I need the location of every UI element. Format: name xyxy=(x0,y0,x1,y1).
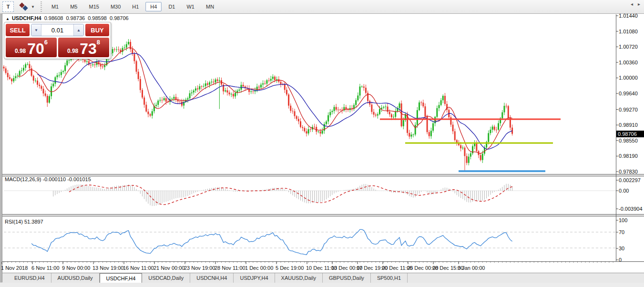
sell-price-big-digits: 70 xyxy=(27,41,44,56)
price-axis-label: 0.98190 xyxy=(619,153,638,159)
open-value: 0.98608 xyxy=(44,15,63,21)
time-axis-label: 3 Jan 00:00 xyxy=(458,265,485,271)
indicator-axis-label: 0.002297 xyxy=(619,177,641,183)
volume-input[interactable]: 0.01 xyxy=(41,24,74,36)
rsi-label: RSI(14) xyxy=(5,219,23,225)
price-axis-label: 1.00720 xyxy=(619,44,638,50)
buy-price-big-digits: 73 xyxy=(80,41,97,56)
chart-tab-gbpusd[interactable]: GBPUSD,Daily xyxy=(323,273,371,283)
price-axis-label: 0.99640 xyxy=(619,91,638,96)
rsi-value: 51.3897 xyxy=(24,219,43,225)
symbol-label: USDCHF,H4 xyxy=(12,15,41,21)
current-price-tag: 0.98706 xyxy=(616,131,644,137)
buy-button[interactable]: BUY xyxy=(85,24,109,36)
price-axis-label: 1.01080 xyxy=(619,29,638,34)
time-axis-label: 1 Dec 00:00 xyxy=(245,265,273,271)
price-axis-label: 0.99270 xyxy=(619,107,638,113)
time-axis-label: 1 Nov 2018 xyxy=(1,265,28,271)
tabs: EURUSD,H4AUDUSD,DailyUSDCHF,H4USDCAD,Dai… xyxy=(2,273,408,283)
time-axis-label: 6 Nov 11:00 xyxy=(31,265,60,271)
sell-button[interactable]: SELL xyxy=(6,24,30,36)
chart-tab-usdjpy[interactable]: USDJPY,H4 xyxy=(234,273,275,283)
price-axis-label: 1.00000 xyxy=(619,75,638,81)
buy-price-pip-digit: 8 xyxy=(97,39,100,46)
buy-price-prefix: 0.98 xyxy=(67,48,78,54)
time-axis-label: 16 Nov 11:00 xyxy=(123,265,154,271)
time-axis-label: 5 Dec 19:00 xyxy=(276,265,304,271)
current-price-value: 0.98706 xyxy=(618,131,637,137)
chart-tab-sp500[interactable]: SP500,H1 xyxy=(371,273,408,283)
macd-label: MACD(12,26,9) xyxy=(5,176,41,182)
macd-main-value: -0.000110 xyxy=(42,176,66,182)
low-value: 0.98598 xyxy=(88,15,107,21)
close-value: 0.98706 xyxy=(110,15,129,21)
indicator-axis-label: 0.00 xyxy=(619,188,629,194)
macd-signal-value: -0.001015 xyxy=(67,176,91,182)
macd-header: MACD(12,26,9) -0.000110 -0.001015 xyxy=(5,176,91,182)
indicator-axis-label: 100 xyxy=(619,217,627,223)
time-axis-label: 23 Nov 19:00 xyxy=(184,265,215,271)
chart-tab-bar: EURUSD,H4AUDUSD,DailyUSDCHF,H4USDCAD,Dai… xyxy=(2,273,644,283)
sell-price-prefix: 0.98 xyxy=(15,48,26,54)
chart-tab-eurusd[interactable]: EURUSD,H4 xyxy=(8,273,51,283)
time-axis-label: 13 Nov 19:00 xyxy=(92,265,123,271)
volume-increase-button[interactable]: ▲ xyxy=(74,24,83,36)
buy-price-button[interactable]: 0.98 73 8 xyxy=(58,38,109,57)
time-axis-label: 28 Nov 11:00 xyxy=(215,265,245,271)
price-axis-label: 0.98550 xyxy=(619,138,638,144)
chart-tab-usdcad[interactable]: USDCAD,Daily xyxy=(142,273,190,283)
price-axis-label: 0.98910 xyxy=(619,122,638,128)
high-value: 0.98736 xyxy=(66,15,85,21)
one-click-trading-panel: SELL ▼ 0.01 ▲ BUY 0.98 70 6 0.98 73 8 xyxy=(4,22,111,59)
chart-tab-usdchf[interactable]: USDCHF,H4 xyxy=(100,273,143,283)
indicator-axis-label: 0 xyxy=(619,257,622,263)
price-axis-label: 0.97830 xyxy=(619,169,638,174)
indicator-axis-label: -0.003904 xyxy=(619,206,643,212)
chart-tab-xauusd[interactable]: XAUUSD,Daily xyxy=(275,273,323,283)
time-axis-label: 21 Nov 00:00 xyxy=(153,265,184,271)
price-axis-label: 1.00360 xyxy=(619,60,638,65)
time-axis-label: 9 Nov 00:00 xyxy=(62,265,90,271)
price-axis-label: 1.01440 xyxy=(619,13,638,19)
volume-decrease-button[interactable]: ▼ xyxy=(31,24,41,36)
chart-tab-audusd[interactable]: AUDUSD,Daily xyxy=(51,273,100,283)
sell-price-pip-digit: 6 xyxy=(44,39,48,46)
volume-stepper: ▼ 0.01 ▲ xyxy=(31,24,84,36)
rsi-header: RSI(14) 51.3897 xyxy=(5,219,43,225)
mt4-terminal-window: { "toolbar": { "text_tool_label": "T", "… xyxy=(0,0,644,287)
indicator-axis-label: 30 xyxy=(619,246,624,251)
expand-triangle-icon[interactable]: ▲ xyxy=(6,17,10,21)
chart-tab-usdcnh[interactable]: USDCNH,H4 xyxy=(190,273,234,283)
chart-title: ▲USDCHF,H40.986080.987360.985980.98706 xyxy=(6,15,129,21)
indicator-axis-label: 70 xyxy=(619,229,624,235)
sell-price-button[interactable]: 0.98 70 6 xyxy=(6,38,57,57)
